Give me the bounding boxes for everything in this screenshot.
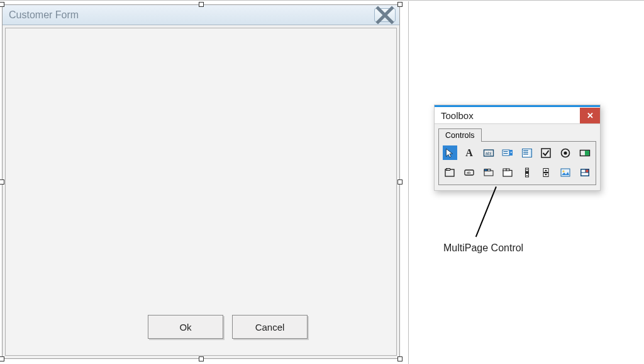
resize-handle[interactable] [397, 356, 402, 361]
userform-designer[interactable]: Customer Form Ok Cancel [2, 4, 400, 359]
svg-rect-23 [487, 169, 491, 171]
optionbutton-icon[interactable] [558, 145, 573, 160]
form-title: Customer Form [9, 9, 374, 21]
svg-rect-21 [484, 171, 493, 176]
toolbox-titlebar[interactable]: Toolbox ✕ [435, 105, 600, 124]
svg-rect-26 [506, 169, 509, 171]
svg-rect-4 [504, 151, 508, 152]
tab-controls[interactable]: Controls [438, 128, 482, 142]
svg-rect-34 [581, 169, 585, 172]
resize-handle[interactable] [199, 2, 204, 7]
commandbutton-icon[interactable]: ab [462, 165, 477, 179]
resize-handle[interactable] [397, 2, 402, 7]
svg-rect-22 [484, 169, 487, 171]
cancel-button[interactable]: Cancel [232, 315, 308, 339]
togglebutton-icon[interactable] [577, 145, 592, 160]
svg-rect-25 [503, 169, 506, 171]
close-icon[interactable]: ✕ [580, 108, 600, 123]
svg-rect-8 [523, 152, 528, 152]
toolbox-panel: A ab| xy [438, 141, 596, 185]
resize-handle[interactable] [0, 356, 4, 361]
svg-rect-2 [502, 150, 509, 156]
svg-rect-31 [561, 169, 570, 176]
tabstrip-icon[interactable] [481, 165, 496, 179]
resize-handle[interactable] [397, 179, 402, 185]
svg-text:xy: xy [447, 168, 450, 171]
svg-rect-5 [504, 153, 508, 154]
svg-rect-28 [526, 171, 528, 174]
svg-rect-10 [530, 149, 531, 156]
svg-rect-15 [585, 151, 589, 156]
select-objects-icon[interactable] [443, 145, 457, 160]
vertical-divider [408, 1, 409, 364]
close-icon[interactable] [374, 8, 396, 22]
toolbox-title: Toolbox [435, 110, 580, 121]
svg-rect-35 [581, 173, 588, 175]
frame-icon[interactable]: xy [443, 165, 457, 179]
svg-rect-24 [503, 170, 512, 176]
svg-text:ab|: ab| [486, 151, 492, 156]
svg-rect-11 [541, 149, 550, 157]
svg-text:ab: ab [467, 171, 471, 174]
ok-button[interactable]: Ok [148, 315, 223, 339]
combobox-icon[interactable] [501, 145, 515, 160]
svg-point-32 [562, 170, 564, 172]
form-titlebar[interactable]: Customer Form [3, 5, 399, 25]
refedit-icon[interactable] [577, 165, 592, 179]
customer-form-window[interactable]: Customer Form Ok Cancel [2, 4, 400, 359]
toolbox-tabstrip: Controls [435, 124, 600, 141]
svg-rect-7 [523, 150, 528, 151]
multipage-icon[interactable] [501, 165, 515, 179]
resize-handle[interactable] [0, 179, 4, 185]
annotation-label: MultiPage Control [443, 242, 523, 254]
resize-handle[interactable] [0, 2, 4, 7]
listbox-icon[interactable] [520, 145, 535, 160]
label-icon[interactable]: A [462, 145, 477, 160]
annotation-line [475, 186, 497, 237]
image-icon[interactable] [558, 165, 573, 179]
resize-handle[interactable] [199, 356, 204, 361]
spinbutton-icon[interactable] [539, 165, 553, 179]
svg-rect-9 [523, 154, 528, 154]
toolbox-window[interactable]: Toolbox ✕ Controls A ab| [434, 105, 601, 191]
form-canvas[interactable]: Ok Cancel [5, 28, 397, 356]
svg-rect-36 [586, 169, 588, 172]
textbox-icon[interactable]: ab| [481, 145, 496, 160]
checkbox-icon[interactable] [539, 145, 553, 160]
horizontal-divider [0, 0, 644, 1]
scrollbar-icon[interactable] [520, 165, 535, 179]
svg-point-13 [564, 151, 567, 154]
